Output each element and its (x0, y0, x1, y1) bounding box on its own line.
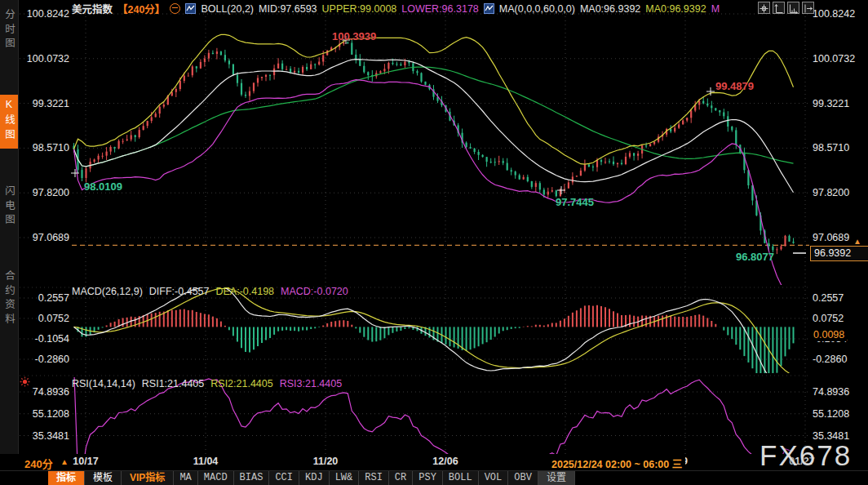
macd-dea-value: DEA:-0.4198 (215, 286, 274, 297)
macd-axis-label-right: 0.2557 (813, 292, 844, 304)
toolbar-button-CCI[interactable]: CCI (269, 471, 299, 485)
sidebar-tab-2[interactable]: K线图 (0, 95, 18, 149)
toolbar-button-OBV[interactable]: OBV (508, 471, 538, 485)
ma-m-label: M (711, 3, 720, 15)
main-axis-label-right: 99.3221 (813, 98, 849, 109)
main-axis-label-right: 97.8200 (813, 187, 849, 198)
sidebar-tab-3[interactable]: 闪电图 (0, 181, 18, 234)
macd-diff-value: DIFF:-0.4557 (149, 286, 210, 297)
collapse-icon[interactable] (170, 3, 180, 14)
boll-lower-value: LOWER:96.3178 (401, 3, 479, 15)
last-price-box: 96.9392 (810, 246, 868, 261)
toolbar-button-xx[interactable]: 模板 (85, 471, 122, 485)
date-tick-label: 11/20 (313, 456, 339, 467)
indicator-toolbar: 指标模板VIP指标MAMACDBIASCCIKDJLW&RSICRPSYBOLL… (0, 470, 868, 485)
price-pointer-icon: ▲ (853, 237, 861, 246)
crosshair-time-label: 2025/12/24 02:00 ~ 06:00 三 (548, 455, 685, 472)
sidebar: 分时图K线图闪电图合约资料 (0, 0, 19, 454)
time-axis-row: 240分 ▲ 2025/12/24 02:00 ~ 06:00 三 10/171… (18, 454, 868, 470)
macd-axis-label-left: 0.0752 (20, 313, 69, 324)
rsi1-value: RSI1:21.4405 (142, 378, 204, 389)
sidebar-tab-4[interactable]: 合约资料 (0, 266, 18, 333)
macd-axis-label-right: -0.2860 (813, 354, 847, 365)
toolbar-button-MACD[interactable]: MACD (198, 471, 234, 485)
rsi-axis-label-right: 35.3481 (813, 430, 849, 442)
toolbar-button-BOLL[interactable]: BOLL (443, 471, 479, 485)
timeframe-label[interactable]: 240分 (24, 456, 53, 471)
main-axis-label-left: 97.0689 (20, 232, 69, 243)
rsi-header: RSI(14,14,14) RSI1:21.4405 RSI2:21.4405 … (72, 378, 342, 389)
main-axis-label-left: 99.3221 (20, 98, 69, 109)
main-axis-label-left: 97.8200 (20, 187, 69, 198)
ma0-value-white: MA0:96.9392 (580, 3, 640, 15)
alarm-icon[interactable] (20, 376, 30, 390)
macd-axis-label-right: 0.0752 (813, 313, 844, 324)
date-tick-label: 01/27 (789, 456, 814, 467)
y-axis-scale-icon[interactable] (773, 2, 785, 14)
toolbar-button-xx[interactable]: 指标 (48, 471, 85, 485)
chart-header: 美元指数 【240分】 BOLL(20,2) MID:97.6593 UPPER… (72, 2, 720, 15)
ma-label: MA(0,0,0,60,0,0) (499, 3, 575, 15)
chart-tools (758, 2, 814, 14)
price-annotation: 97.7445 (556, 196, 594, 208)
macd-axis-label-left: -0.2860 (20, 354, 69, 365)
macd-axis-label-left: -0.1054 (20, 333, 69, 345)
toolbar-button-PSY[interactable]: PSY (413, 471, 443, 485)
rsi-axis-label-left: 55.1208 (20, 408, 69, 420)
rsi-title: RSI(14,14,14) (72, 378, 135, 389)
boll-upper-value: UPPER:99.0008 (322, 3, 397, 15)
ma0-value-yellow: MA0:96.9392 (645, 3, 706, 15)
main-axis-label-right: 97.0689 (813, 232, 849, 243)
main-axis-label-left: 100.0732 (20, 53, 69, 65)
toolbar-button-CR[interactable]: CR (389, 471, 413, 485)
toolbar-button-RSI[interactable]: RSI (359, 471, 389, 485)
date-tick-label: 10/17 (73, 456, 98, 467)
toolbar-button-MA[interactable]: MA (174, 471, 197, 485)
main-axis-label-left: 100.8242 (20, 8, 69, 20)
rsi-axis-label-right: 55.1208 (813, 408, 849, 420)
timeframe-arrow-icon[interactable]: ▲ (60, 457, 69, 466)
sidebar-tab-1[interactable]: 分时图 (0, 5, 18, 58)
date-tick-label: 12/06 (432, 456, 458, 467)
date-tick-label: 11/04 (193, 456, 219, 467)
rsi2-value: RSI2:21.4405 (210, 378, 272, 389)
rsi-axis-label-right: 74.8936 (813, 386, 849, 398)
price-annotation: 100.3939 (332, 30, 376, 42)
macd-value: MACD:-0.0720 (281, 286, 348, 297)
price-annotation: 99.4879 (715, 80, 754, 92)
x-axis-scale-icon[interactable] (787, 2, 799, 14)
macd-title: MACD(26,12,9) (72, 286, 143, 297)
chart-canvas (0, 0, 868, 485)
toolbar-button-xx[interactable]: 设置 (538, 471, 575, 485)
main-axis-label-right: 100.0732 (813, 53, 855, 65)
boll-chart-icon[interactable] (185, 3, 196, 14)
toolbar-button-VIPxx[interactable]: VIP指标 (122, 471, 174, 485)
rsi-axis-label-left: 35.3481 (20, 430, 69, 442)
ma-chart-icon[interactable] (484, 3, 494, 14)
main-axis-label-right: 98.5710 (813, 142, 849, 154)
macd-current-badge: 0.0098 (811, 329, 847, 341)
crosshair-tool-icon[interactable] (758, 2, 770, 14)
toolbar-button-VOL[interactable]: VOL (479, 471, 509, 485)
macd-axis-label-left: 0.2557 (20, 292, 69, 304)
main-axis-label-left: 98.5710 (20, 142, 69, 154)
symbol-title: 美元指数 (72, 1, 113, 16)
period-tag: 【240分】 (117, 1, 165, 16)
boll-mid-value: MID:97.6593 (259, 3, 317, 15)
macd-header: MACD(26,12,9) DIFF:-0.4557 DEA:-0.4198 M… (72, 286, 348, 297)
toolbar-button-LWx[interactable]: LW& (330, 471, 360, 485)
price-annotation: 96.8077 (736, 251, 774, 263)
toolbar-button-BIAS[interactable]: BIAS (234, 471, 270, 485)
boll-label: BOLL(20,2) (201, 3, 254, 15)
pan-right-icon[interactable] (802, 2, 814, 14)
rsi3-value: RSI3:21.4405 (280, 378, 342, 389)
main-axis-label-right: 100.8242 (813, 8, 855, 20)
toolbar-button-KDJ[interactable]: KDJ (299, 471, 330, 485)
price-annotation: 98.0109 (84, 180, 122, 193)
